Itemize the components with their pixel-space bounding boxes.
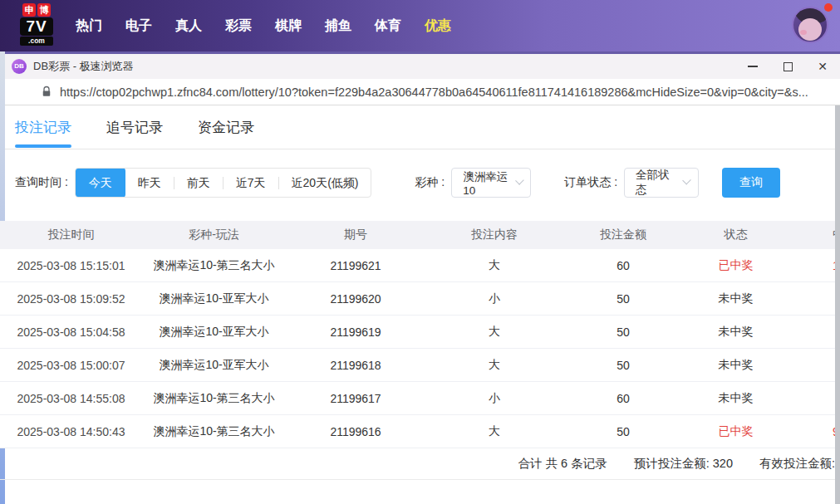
col-header-play: 彩种-玩法 (142, 221, 286, 249)
cell-prize: 9 (788, 415, 835, 448)
footer-total-count: 合计 共 6 条记录 (518, 456, 607, 472)
table-row: 2025-03-08 15:00:07 澳洲幸运10-亚军大小 21199618… (0, 349, 835, 382)
browser-app-icon: DB (12, 59, 27, 74)
cell-prize (788, 316, 835, 348)
logo-badges: 申 博 (20, 3, 53, 17)
cell-status: 未中奖 (683, 349, 788, 381)
logo-suffix-text: .com (20, 37, 53, 46)
cell-status: 已中奖 (683, 249, 788, 281)
time-option-daybefore[interactable]: 前天 (174, 168, 223, 198)
cell-issue: 21199618 (286, 349, 425, 381)
table-row: 2025-03-08 15:15:01 澳洲幸运10-第三名大小 2119962… (0, 249, 835, 282)
avatar-hair-bun (795, 9, 803, 17)
cell-status: 未中奖 (683, 316, 788, 348)
cell-content: 大 (425, 349, 563, 381)
cell-bet-time: 2025-03-08 15:04:58 (0, 316, 142, 348)
nav-item-live[interactable]: 真人 (164, 17, 214, 35)
cell-bet-time: 2025-03-08 14:50:43 (0, 415, 142, 448)
chevron-down-icon (515, 176, 523, 184)
cell-content: 大 (425, 249, 563, 281)
cell-issue: 21199617 (286, 382, 425, 414)
col-header-status: 状态 (683, 221, 788, 249)
close-button[interactable]: ✕ (805, 54, 840, 79)
cell-content: 小 (425, 382, 563, 414)
cell-status: 未中奖 (683, 382, 788, 414)
notification-dot (824, 3, 833, 12)
browser-titlebar: DB DB彩票 - 极速浏览器 ✕ (0, 51, 840, 79)
minimize-button[interactable] (735, 54, 770, 79)
cell-issue: 21199616 (286, 415, 425, 448)
main-nav: 热门 电子 真人 彩票 棋牌 捕鱼 体育 优惠 (64, 0, 463, 51)
tab-chase-records[interactable]: 追号记录 (106, 105, 163, 149)
col-header-bet-time: 投注时间 (0, 221, 142, 249)
cell-issue: 21199620 (286, 282, 425, 315)
lock-icon[interactable] (42, 86, 52, 98)
time-filter-label: 查询时间 : (15, 175, 68, 190)
col-header-amount: 投注金额 (563, 221, 683, 249)
order-status-select[interactable]: 全部状态 (624, 168, 699, 198)
top-bar: 申 博 7V .com 热门 电子 真人 彩票 棋牌 捕鱼 体育 优惠 (0, 0, 840, 51)
vertical-scrollbar[interactable] (835, 105, 840, 504)
status-select-value: 全部状态 (636, 168, 675, 198)
time-option-today[interactable]: 今天 (76, 168, 125, 198)
tab-fund-records[interactable]: 资金记录 (198, 105, 254, 149)
cell-play: 澳洲幸运10-亚军大小 (142, 316, 286, 348)
table-row: 2025-03-08 14:50:43 澳洲幸运10-第三名大小 2119961… (0, 415, 835, 448)
cell-bet-time: 2025-03-08 15:15:01 (0, 249, 142, 281)
cell-prize: 1 (788, 249, 835, 281)
avatar-cheek (800, 30, 807, 35)
col-header-prize: 中奖金额 (788, 221, 835, 249)
cell-amount: 60 (563, 249, 683, 281)
time-option-yesterday[interactable]: 昨天 (125, 168, 174, 198)
cell-prize (788, 282, 835, 315)
nav-item-slots[interactable]: 电子 (114, 17, 164, 35)
records-table: 投注时间 彩种-玩法 期号 投注内容 投注金额 状态 中奖金额 2025-03-… (0, 221, 835, 448)
nav-item-fishing[interactable]: 捕鱼 (313, 17, 363, 35)
search-button[interactable]: 查询 (722, 168, 780, 198)
lottery-select-value: 澳洲幸运10 (463, 169, 508, 197)
nav-item-hot[interactable]: 热门 (64, 17, 114, 35)
filter-bar: 查询时间 : 今天 昨天 前天 近7天 近20天(低频) 彩种 : 澳洲幸运10… (5, 168, 835, 198)
site-logo[interactable]: 申 博 7V .com (20, 3, 53, 46)
cell-status: 未中奖 (683, 282, 788, 315)
cell-play: 澳洲幸运10-亚军大小 (142, 349, 286, 381)
cell-content: 大 (425, 415, 563, 448)
cell-amount: 60 (563, 382, 683, 414)
cell-prize (788, 382, 835, 414)
time-option-20days[interactable]: 近20天(低频) (279, 168, 371, 198)
maximize-button[interactable] (770, 54, 805, 79)
window-controls: ✕ (735, 54, 840, 79)
url-text: https://ctop02pchwp1.zfnc84.com/lottery/… (60, 86, 824, 99)
cell-play: 澳洲幸运10-第三名大小 (142, 249, 286, 281)
close-icon: ✕ (818, 61, 828, 72)
logo-badge-1: 申 (22, 3, 36, 17)
nav-item-promo[interactable]: 优惠 (413, 17, 463, 35)
nav-item-sports[interactable]: 体育 (363, 17, 413, 35)
cell-play: 澳洲幸运10-第三名大小 (142, 415, 286, 448)
lottery-select[interactable]: 澳洲幸运10 (451, 168, 531, 198)
logo-main-text: 7V (20, 17, 53, 36)
nav-item-cards[interactable]: 棋牌 (263, 17, 313, 35)
time-range-group: 今天 昨天 前天 近7天 近20天(低频) (75, 168, 372, 198)
col-header-content: 投注内容 (425, 221, 563, 249)
minimize-icon (748, 66, 758, 67)
footer-expected-amount: 预计投注金额: 320 (634, 456, 733, 472)
col-header-issue: 期号 (286, 221, 425, 249)
user-avatar[interactable] (792, 7, 828, 43)
tab-bet-records[interactable]: 投注记录 (15, 105, 71, 149)
cell-amount: 50 (563, 282, 683, 315)
status-filter-label: 订单状态 : (564, 175, 617, 190)
table-footer: 合计 共 6 条记录 预计投注金额: 320 有效投注金额: (0, 448, 835, 480)
cell-play: 澳洲幸运10-第三名大小 (142, 382, 286, 414)
cell-status: 已中奖 (683, 415, 788, 448)
scrollbar-thumb[interactable] (835, 105, 840, 504)
cell-content: 小 (425, 282, 563, 315)
maximize-icon (784, 62, 793, 71)
table-row: 2025-03-08 15:09:52 澳洲幸运10-亚军大小 21199620… (0, 282, 835, 316)
time-option-7days[interactable]: 近7天 (224, 168, 278, 198)
address-bar[interactable]: https://ctop02pchwp1.zfnc84.com/lottery/… (0, 79, 840, 105)
table-row: 2025-03-08 14:55:08 澳洲幸运10-第三名大小 2119961… (0, 382, 835, 415)
screen: 申 博 7V .com 热门 电子 真人 彩票 棋牌 捕鱼 体育 优惠 DB D… (0, 0, 840, 504)
nav-item-lottery[interactable]: 彩票 (214, 17, 263, 35)
cell-amount: 50 (563, 316, 683, 348)
